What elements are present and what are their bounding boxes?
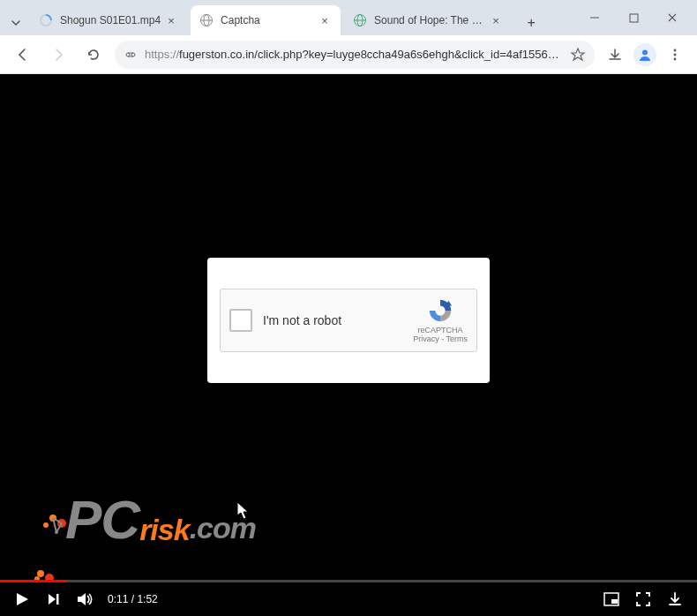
- recaptcha-brand: reCAPTCHA Privacy - Terms: [413, 297, 468, 343]
- globe-icon: [353, 13, 367, 27]
- tab-1[interactable]: Shogun S01E01.mp4 ×: [30, 5, 187, 35]
- maximize-button[interactable]: [616, 5, 651, 30]
- captcha-widget: I'm not a robot reCAPTCHA Privacy - Term…: [220, 289, 477, 352]
- svg-point-10: [131, 53, 135, 56]
- address-bar[interactable]: https://fugerston.co.in/click.php?key=lu…: [115, 41, 595, 69]
- captcha-card: I'm not a robot reCAPTCHA Privacy - Term…: [207, 258, 490, 383]
- minimize-button[interactable]: [577, 5, 612, 30]
- close-icon[interactable]: ×: [489, 13, 503, 27]
- svg-point-14: [674, 49, 677, 51]
- toolbar-right-icons: [602, 41, 688, 68]
- spinner-icon: [39, 13, 53, 27]
- tab-label: Sound of Hope: The Story o: [374, 14, 485, 26]
- page-content: I'm not a robot reCAPTCHA Privacy - Term…: [0, 74, 697, 616]
- downloads-icon[interactable]: [602, 41, 628, 68]
- close-icon[interactable]: ×: [318, 13, 332, 27]
- menu-icon[interactable]: [662, 41, 688, 68]
- video-time: 0:11 / 1:52: [108, 593, 158, 605]
- profile-avatar[interactable]: [633, 43, 656, 66]
- browser-titlebar: Shogun S01E01.mp4 × Captcha × Sound of H…: [0, 0, 697, 35]
- volume-icon[interactable]: [76, 590, 95, 609]
- browser-toolbar: https://fugerston.co.in/click.php?key=lu…: [0, 35, 697, 74]
- globe-icon: [199, 13, 214, 27]
- tab-3[interactable]: Sound of Hope: The Story o ×: [344, 5, 512, 35]
- url-text: https://fugerston.co.in/click.php?key=lu…: [145, 48, 563, 61]
- back-button[interactable]: [9, 41, 37, 69]
- tab-label: Shogun S01E01.mp4: [60, 14, 161, 26]
- video-player-bar: 0:11 / 1:52: [0, 582, 697, 616]
- captcha-checkbox[interactable]: [229, 309, 252, 332]
- svg-point-20: [43, 522, 49, 528]
- recaptcha-icon: [427, 297, 453, 324]
- reload-button[interactable]: [79, 41, 108, 69]
- svg-marker-28: [78, 593, 86, 605]
- svg-point-21: [55, 530, 58, 534]
- watermark-dots-icon: [35, 502, 71, 537]
- tab-2[interactable]: Captcha ×: [191, 5, 341, 35]
- recaptcha-name: reCAPTCHA: [418, 326, 463, 334]
- watermark: PC risk .com: [35, 492, 256, 547]
- tab-search-button[interactable]: [7, 11, 25, 35]
- new-tab-button[interactable]: +: [519, 11, 543, 35]
- download-video-icon[interactable]: [665, 590, 685, 609]
- next-button[interactable]: [44, 590, 64, 609]
- svg-rect-30: [611, 599, 618, 604]
- recaptcha-links[interactable]: Privacy - Terms: [413, 334, 468, 343]
- svg-point-9: [126, 53, 130, 56]
- svg-marker-26: [49, 594, 56, 605]
- site-info-icon[interactable]: [124, 48, 138, 62]
- bookmark-star-icon[interactable]: [570, 47, 586, 63]
- forward-button: [44, 41, 72, 69]
- svg-marker-25: [17, 593, 28, 605]
- window-controls: [577, 5, 690, 35]
- svg-rect-27: [56, 594, 59, 605]
- mouse-cursor-icon: [236, 501, 251, 521]
- close-window-button[interactable]: [655, 5, 690, 30]
- play-button[interactable]: [12, 590, 32, 609]
- watermark-text: PC risk .com: [65, 492, 256, 547]
- close-icon[interactable]: ×: [164, 13, 178, 27]
- svg-point-22: [37, 570, 44, 577]
- fullscreen-icon[interactable]: [633, 590, 653, 609]
- svg-rect-8: [630, 14, 638, 22]
- svg-point-15: [674, 53, 677, 56]
- tab-label: Captcha: [221, 14, 314, 26]
- captcha-label: I'm not a robot: [263, 313, 413, 327]
- svg-point-13: [642, 49, 648, 55]
- svg-point-16: [674, 57, 677, 60]
- mini-player-icon[interactable]: [602, 590, 621, 609]
